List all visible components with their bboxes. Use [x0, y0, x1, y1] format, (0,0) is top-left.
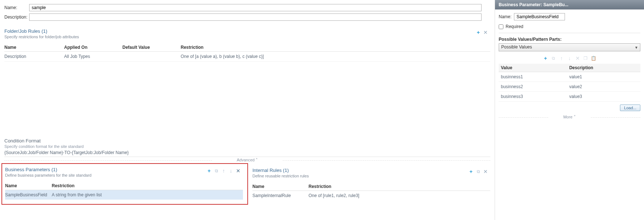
condition-format-value: {SourceJob:Job/Folder Name}-TO-{TargetJo…: [4, 150, 490, 157]
possible-values-label: Possible Values/Pattern Parts:: [499, 37, 640, 42]
cell-applied: All Job Types: [64, 52, 122, 62]
col-name: Name: [5, 182, 52, 190]
load-button[interactable]: Load...: [620, 105, 640, 111]
side-name-row: Name:: [499, 13, 640, 20]
paste-value-icon[interactable]: 📋: [591, 56, 596, 61]
business-parameters-table: Name Restriction SampleBusinessField A s…: [5, 182, 243, 200]
cell-value: businness1: [499, 72, 567, 82]
values-toolbar: + ⧉ ↑ ↓ ✕ ❐ 📋: [499, 54, 640, 64]
table-row[interactable]: SampleInternalRule One of [rule1, rule2,…: [252, 191, 490, 201]
business-parameters-subtitle: Define business parameters for the site …: [5, 173, 91, 177]
description-row: Description:: [0, 12, 495, 22]
name-label: Name:: [4, 5, 29, 10]
chevron-up-icon: ˄: [256, 158, 258, 162]
table-row[interactable]: SampleBusinessField A string from the gi…: [5, 190, 243, 200]
move-down-icon[interactable]: ↓: [228, 168, 233, 173]
description-label: Description:: [4, 15, 29, 20]
delete-business-param-icon[interactable]: ✕: [236, 168, 241, 173]
side-name-label: Name:: [499, 14, 514, 19]
internal-rules-title: Internal Rules (1): [252, 168, 309, 173]
advanced-label: Advanced: [237, 158, 255, 162]
col-default: Default Value: [122, 43, 181, 52]
copy-value-icon[interactable]: ❐: [583, 56, 588, 61]
chevron-down-icon: ▼: [635, 46, 638, 50]
business-parameters-title: Business Parameters (1): [5, 167, 91, 172]
cell-name: Description: [4, 52, 64, 62]
internal-rules-panel: Internal Rules (1) Define reusable restr…: [248, 163, 495, 205]
duplicate-internal-rule-icon[interactable]: ⧉: [476, 169, 481, 174]
folder-job-rules-section: Folder/Job Rules (1) Specify restriction…: [0, 28, 495, 62]
cell-description: value1: [567, 72, 640, 82]
cell-value: businness2: [499, 82, 567, 92]
folder-job-rules-title: Folder/Job Rules (1): [4, 28, 79, 34]
main-editor-area: Name: Description: Folder/Job Rules (1) …: [0, 0, 495, 220]
duplicate-business-param-icon[interactable]: ⧉: [214, 168, 219, 173]
possible-values-select[interactable]: Possible Values ▼: [499, 43, 640, 51]
more-toggle[interactable]: More ˅: [499, 115, 640, 119]
required-row: Required: [499, 24, 640, 29]
business-parameters-panel: Business Parameters (1) Define business …: [1, 163, 248, 205]
cell-restriction: A string from the given list: [52, 190, 243, 200]
table-row[interactable]: businness2 value2: [499, 82, 640, 92]
folder-job-rules-subtitle: Specify restrictions for folder/job attr…: [4, 35, 79, 39]
internal-rules-subtitle: Define reusable restriction rules: [252, 174, 309, 178]
col-restriction: Restriction: [181, 43, 490, 52]
cell-name: SampleBusinessField: [5, 190, 52, 200]
advanced-toggle[interactable]: Advanced ˄: [0, 157, 495, 163]
cell-name: SampleInternalRule: [252, 191, 309, 201]
move-value-up-icon[interactable]: ↑: [559, 56, 564, 61]
add-business-param-icon[interactable]: +: [207, 168, 212, 173]
cell-description: value2: [567, 82, 640, 92]
folder-job-rules-table: Name Applied On Default Value Restrictio…: [4, 43, 490, 62]
delete-internal-rule-icon[interactable]: ✕: [483, 169, 488, 174]
advanced-panels: Business Parameters (1) Define business …: [0, 163, 495, 205]
description-input[interactable]: [29, 13, 482, 21]
folder-job-rules-header-row: Folder/Job Rules (1) Specify restriction…: [4, 28, 490, 39]
cell-value: businness3: [499, 92, 567, 102]
duplicate-value-icon[interactable]: ⧉: [551, 56, 556, 61]
col-restriction: Restriction: [52, 182, 243, 190]
cell-restriction: One of [a (value a), b (value b), c (val…: [181, 52, 490, 62]
possible-values-table: Value Description businness1 value1 busi…: [499, 64, 640, 102]
condition-format-title: Condition Format: [4, 138, 490, 144]
name-row: Name:: [0, 3, 495, 12]
divider: [499, 33, 640, 33]
table-row[interactable]: businness1 value1: [499, 72, 640, 82]
required-label: Required: [506, 24, 523, 29]
side-name-input[interactable]: [514, 13, 565, 20]
internal-rules-table: Name Restriction SampleInternalRule One …: [252, 182, 490, 200]
col-value: Value: [499, 64, 567, 72]
chevron-down-icon: ˅: [574, 115, 576, 119]
more-label: More: [563, 115, 572, 119]
required-checkbox[interactable]: [499, 24, 503, 29]
move-value-down-icon[interactable]: ↓: [567, 56, 572, 61]
delete-rule-icon[interactable]: ✕: [483, 30, 488, 35]
condition-format-section: Condition Format Specify condition forma…: [0, 138, 495, 157]
col-applied: Applied On: [64, 43, 122, 52]
col-description: Description: [567, 64, 640, 72]
add-internal-rule-icon[interactable]: +: [468, 169, 474, 174]
cell-restriction: One of [rule1, rule2, rule3]: [309, 191, 490, 201]
cell-description: value3: [567, 92, 640, 102]
col-restriction: Restriction: [309, 182, 490, 191]
delete-value-icon[interactable]: ✕: [575, 56, 580, 61]
add-value-icon[interactable]: +: [543, 56, 548, 61]
table-row[interactable]: businness3 value3: [499, 92, 640, 102]
name-input[interactable]: [29, 4, 482, 11]
col-name: Name: [252, 182, 309, 191]
cell-default: [122, 52, 181, 62]
move-up-icon[interactable]: ↑: [221, 168, 226, 173]
add-rule-icon[interactable]: +: [476, 30, 481, 35]
side-panel-header: Business Parameter: SampleBu...: [495, 0, 644, 9]
condition-format-subtitle: Specify condition format for the site st…: [4, 144, 490, 149]
business-parameter-side-panel: Business Parameter: SampleBu... Name: Re…: [495, 0, 644, 220]
col-name: Name: [4, 43, 64, 52]
table-row[interactable]: Description All Job Types One of [a (val…: [4, 52, 490, 62]
possible-values-select-value: Possible Values: [499, 43, 640, 51]
